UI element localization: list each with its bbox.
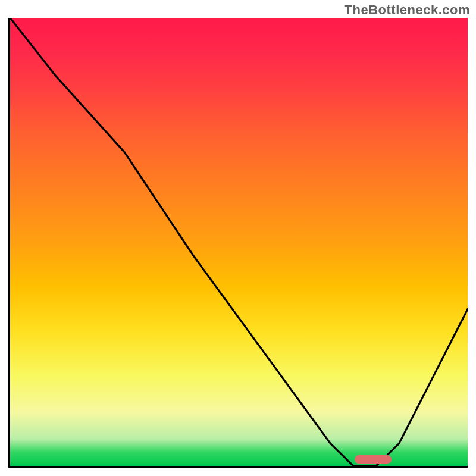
bottleneck-chart: TheBottleneck.com [0, 0, 476, 476]
bottleneck-curve-path [10, 18, 468, 466]
plot-area [8, 18, 468, 468]
watermark-text: TheBottleneck.com [345, 2, 470, 18]
bottleneck-curve-svg [10, 18, 468, 466]
optimal-range-marker [355, 455, 392, 464]
